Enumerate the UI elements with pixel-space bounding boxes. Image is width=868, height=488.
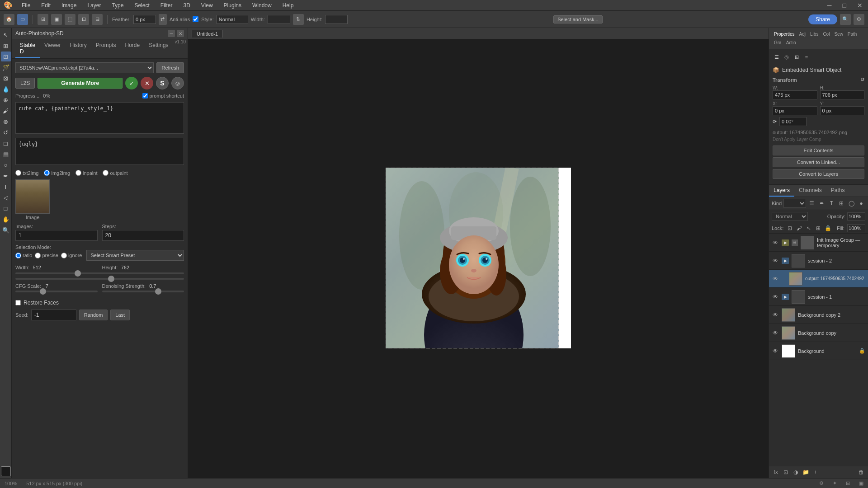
layer-item-bg-copy2[interactable]: 👁 Background copy 2 <box>769 306 868 324</box>
menu-type[interactable]: Type <box>110 1 125 9</box>
layer-item-session2[interactable]: 👁 ▶ session - 2 <box>769 252 868 270</box>
prompt-input[interactable]: cute cat, {painterly_style_1} <box>15 102 184 134</box>
edit-contents-button[interactable]: Edit Contents <box>773 145 864 155</box>
layer-filter-icon-4[interactable]: ⊞ <box>837 199 845 207</box>
fill-input[interactable] <box>847 224 865 232</box>
tool-lasso[interactable]: ⊡ <box>1 52 11 61</box>
sel-radio-ignore[interactable] <box>61 253 67 258</box>
tf-h-input[interactable] <box>820 90 865 99</box>
props-tab-col[interactable]: Col <box>821 31 831 38</box>
layer-filter-icon-2[interactable]: ✒ <box>818 199 826 207</box>
tool-btn-5[interactable]: ⊟ <box>92 14 103 25</box>
tool-eyedrop[interactable]: 💧 <box>1 84 11 94</box>
width-input[interactable] <box>268 15 290 24</box>
tool-btn-3[interactable]: ⬚ <box>65 14 75 25</box>
layer-visibility-session1[interactable]: 👁 <box>772 293 779 300</box>
layer-filter-icon-3[interactable]: T <box>828 199 836 207</box>
layer-add-style-icon[interactable]: fx <box>772 468 780 476</box>
tab-prompts[interactable]: Prompts <box>91 39 121 58</box>
window-close[interactable]: ✕ <box>857 2 863 9</box>
layer-visibility-output[interactable]: 👁 <box>772 275 779 282</box>
seed-input[interactable] <box>31 310 76 320</box>
opacity-input[interactable] <box>847 212 865 221</box>
layer-item-output[interactable]: 👁 output: 1674950635.7402492 <box>769 270 868 288</box>
home-icon[interactable]: 🏠 <box>4 14 14 25</box>
plugin-collapse[interactable]: ─ <box>168 30 175 37</box>
window-maximize[interactable]: □ <box>843 2 846 9</box>
refresh-button[interactable]: Refresh <box>156 62 184 73</box>
layer-visibility-bg-copy2[interactable]: 👁 <box>772 311 779 319</box>
tool-pen[interactable]: ✒ <box>1 171 11 181</box>
tool-shape[interactable]: □ <box>1 203 11 213</box>
tool-brush[interactable]: 🖌 <box>1 106 11 116</box>
angle-input[interactable] <box>779 117 807 126</box>
tool-crop[interactable]: ⊠ <box>1 73 11 83</box>
props-tab-path[interactable]: Path <box>846 31 859 38</box>
generate-button[interactable]: Generate More <box>38 78 123 89</box>
denoising-slider-thumb[interactable] <box>155 288 161 295</box>
sel-radio-ratio[interactable] <box>15 253 21 258</box>
layer-visibility-background[interactable]: 👁 <box>772 347 779 355</box>
config-icon[interactable]: ◎ <box>171 77 184 89</box>
tool-stamp[interactable]: ⊗ <box>1 117 11 127</box>
height-slider-thumb[interactable] <box>108 276 114 282</box>
tool-zoom[interactable]: 🔍 <box>1 225 11 235</box>
smart-preset-select[interactable]: Select Smart Preset <box>86 250 184 261</box>
cfg-slider[interactable] <box>15 291 98 292</box>
denoising-slider[interactable] <box>102 291 184 292</box>
layer-filter-icon-1[interactable]: ☰ <box>808 199 816 207</box>
layer-group-icon[interactable]: 📁 <box>802 468 810 476</box>
red-x-icon[interactable]: ✕ <box>141 77 153 89</box>
layer-item-init-group[interactable]: 👁 ▶ ⛓ Init Image Group — temporary <box>769 234 868 252</box>
menu-select[interactable]: Select <box>132 1 151 9</box>
tool-btn-4[interactable]: ⊡ <box>78 14 89 25</box>
tool-gradient[interactable]: ▤ <box>1 149 11 159</box>
layer-visibility-icon[interactable]: 👁 <box>772 239 779 246</box>
height-slider[interactable] <box>15 278 184 280</box>
tab-viewer[interactable]: Viewer <box>40 39 65 58</box>
layer-filter-toggle[interactable]: ● <box>857 199 865 207</box>
style-input[interactable] <box>217 15 248 24</box>
feather-input[interactable] <box>133 15 156 24</box>
model-select[interactable]: SD15NewVAEpruned.ckpt [27a4a... <box>15 62 154 73</box>
kind-select[interactable] <box>783 199 806 208</box>
tool-btn-2[interactable]: ▣ <box>51 14 62 25</box>
layer-new-icon[interactable]: + <box>811 468 820 476</box>
convert-to-layers-button[interactable]: Convert to Layers <box>773 169 864 179</box>
tf-w-input[interactable] <box>773 90 817 99</box>
tool-history[interactable]: ↺ <box>1 127 11 137</box>
props-tab-gra[interactable]: Gra <box>773 39 783 46</box>
width-slider-thumb[interactable] <box>75 270 81 277</box>
lock-transparent-icon[interactable]: ⊡ <box>786 224 793 232</box>
tool-magic[interactable]: 🪄 <box>1 62 11 72</box>
status-icon-3[interactable]: ⊞ <box>846 480 850 486</box>
tool-path[interactable]: ◁ <box>1 192 11 202</box>
lock-all-icon[interactable]: 🔒 <box>825 224 831 232</box>
props-icon-1[interactable]: ☰ <box>773 53 781 61</box>
tf-x-input[interactable] <box>773 106 817 115</box>
green-check-icon[interactable]: ✓ <box>125 77 138 89</box>
props-icon-2[interactable]: ◎ <box>783 53 791 61</box>
tab-horde[interactable]: Horde <box>121 39 145 58</box>
cfg-slider-thumb[interactable] <box>40 288 46 295</box>
width-slider[interactable] <box>15 272 184 274</box>
s-icon[interactable]: S <box>156 77 169 89</box>
layer-filter-icon-5[interactable]: ◯ <box>847 199 855 207</box>
tab-paths[interactable]: Paths <box>826 185 849 197</box>
radio-outpaint[interactable] <box>103 170 108 176</box>
blend-mode-select[interactable]: Normal <box>772 212 808 221</box>
tool-rect-select[interactable]: ▭ <box>17 14 28 25</box>
l2s-button[interactable]: L2S <box>15 78 35 89</box>
layer-visibility-session2[interactable]: 👁 <box>772 257 779 264</box>
menu-plugins[interactable]: Plugins <box>222 1 243 9</box>
status-icon-1[interactable]: ⚙ <box>819 480 824 486</box>
menu-3d[interactable]: 3D <box>181 1 192 9</box>
search-icon[interactable]: 🔍 <box>840 14 851 25</box>
convert-to-linked-button[interactable]: Convert to Linked... <box>773 157 864 167</box>
tab-settings[interactable]: Settings <box>144 39 173 58</box>
plugin-close[interactable]: ✕ <box>177 30 184 37</box>
props-icon-4[interactable]: ≡ <box>802 53 811 61</box>
lock-move-icon[interactable]: ↖ <box>806 224 812 232</box>
layer-item-background[interactable]: 👁 Background 🔒 <box>769 342 868 360</box>
tool-hand[interactable]: ✋ <box>1 214 11 224</box>
